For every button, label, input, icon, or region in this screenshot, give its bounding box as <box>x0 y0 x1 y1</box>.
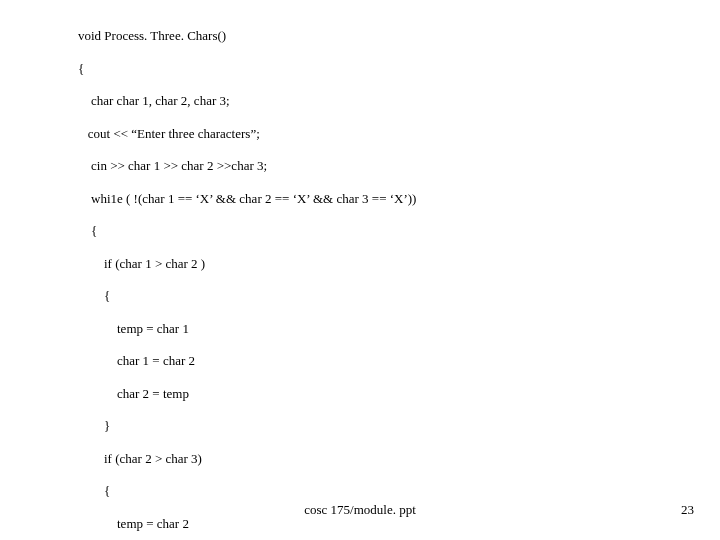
code-block: void Process. Three. Chars() { char char… <box>78 12 416 540</box>
code-line: if (char 2 > char 3) <box>78 451 416 467</box>
footer-path: cosc 175/module. ppt <box>0 502 720 518</box>
code-line: whi1e ( !(char 1 == ‘X’ && char 2 == ‘X’… <box>78 191 416 207</box>
code-line: char 2 = temp <box>78 386 416 402</box>
code-line: void Process. Three. Chars() <box>78 28 416 44</box>
code-line: cout << “Enter three characters”; <box>78 126 416 142</box>
code-line: { <box>78 223 416 239</box>
code-line: { <box>78 483 416 499</box>
code-line: } <box>78 418 416 434</box>
code-line: temp = char 1 <box>78 321 416 337</box>
code-line: char char 1, char 2, char 3; <box>78 93 416 109</box>
code-line: cin >> char 1 >> char 2 >>char 3; <box>78 158 416 174</box>
code-line: char 1 = char 2 <box>78 353 416 369</box>
code-line: if (char 1 > char 2 ) <box>78 256 416 272</box>
page-number: 23 <box>681 502 694 518</box>
code-line: temp = char 2 <box>78 516 416 532</box>
code-line: { <box>78 61 416 77</box>
code-line: { <box>78 288 416 304</box>
